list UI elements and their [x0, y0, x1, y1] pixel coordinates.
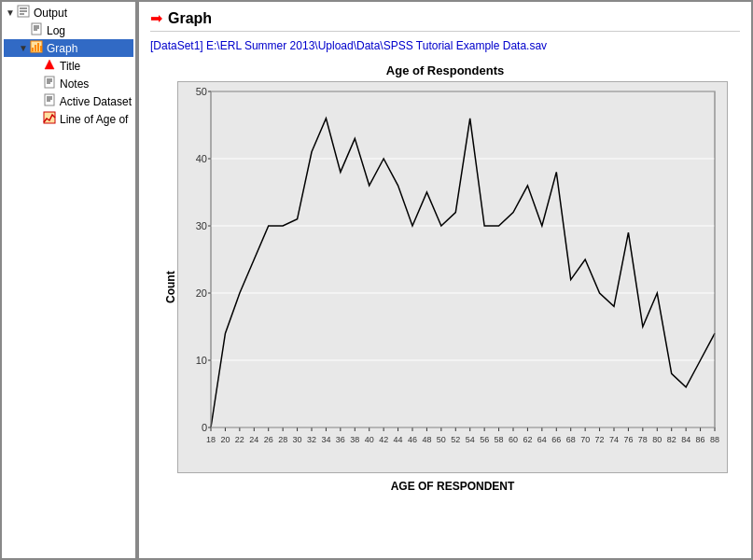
active-icon	[43, 93, 56, 109]
svg-rect-23	[211, 91, 715, 427]
svg-text:20: 20	[220, 435, 230, 444]
svg-text:38: 38	[350, 435, 359, 444]
svg-text:54: 54	[466, 435, 475, 444]
svg-text:60: 60	[509, 435, 518, 444]
sidebar-item-label-notes: Notes	[60, 77, 89, 91]
svg-rect-18	[45, 94, 54, 105]
svg-text:76: 76	[623, 435, 633, 444]
svg-rect-14	[45, 77, 54, 88]
sidebar-item-line-of-age[interactable]: Line of Age of	[4, 110, 133, 128]
x-axis-label: AGE OF RESPONDENT	[177, 480, 728, 493]
svg-rect-4	[32, 23, 41, 35]
svg-text:64: 64	[537, 435, 547, 444]
svg-text:58: 58	[495, 435, 504, 444]
expand-arrow-output: ▼	[6, 7, 15, 18]
chart-wrapper: Age of Respondents Count 010203040501820…	[162, 63, 728, 493]
svg-text:78: 78	[638, 435, 648, 444]
sidebar-item-label-graph: Graph	[47, 42, 77, 55]
svg-text:48: 48	[422, 435, 431, 444]
svg-text:82: 82	[667, 435, 676, 444]
chart-svg-wrapper: 0102030405018202224262830323436384042444…	[177, 81, 728, 476]
app-container: ▼OutputLog▼GraphTitleNotesActive Dataset…	[0, 0, 753, 560]
svg-text:50: 50	[437, 435, 446, 444]
svg-text:40: 40	[196, 153, 207, 164]
sidebar-item-active-dataset[interactable]: Active Dataset	[4, 92, 133, 110]
svg-text:80: 80	[652, 435, 662, 444]
title-icon	[43, 58, 56, 74]
svg-rect-10	[35, 45, 36, 51]
sidebar-item-label-active-dataset: Active Dataset	[60, 95, 132, 108]
main-area: ▼OutputLog▼GraphTitleNotesActive Dataset…	[2, 2, 751, 558]
svg-text:0: 0	[202, 422, 207, 433]
graph-icon	[30, 40, 43, 56]
svg-rect-22	[44, 112, 55, 123]
svg-text:52: 52	[451, 435, 460, 444]
sidebar-item-output[interactable]: ▼Output	[4, 4, 133, 21]
svg-rect-12	[40, 46, 42, 51]
svg-text:84: 84	[681, 435, 690, 444]
sidebar-item-graph[interactable]: ▼Graph	[4, 39, 133, 57]
output-icon	[17, 5, 30, 21]
sidebar: ▼OutputLog▼GraphTitleNotesActive Dataset…	[2, 2, 137, 558]
svg-text:50: 50	[196, 86, 207, 97]
svg-text:30: 30	[196, 220, 207, 231]
sidebar-item-label-line-of-age: Line of Age of	[60, 113, 128, 126]
svg-text:88: 88	[710, 435, 719, 444]
svg-text:62: 62	[523, 435, 532, 444]
svg-text:40: 40	[365, 435, 374, 444]
svg-text:22: 22	[235, 435, 244, 444]
content-area: ➡ Graph [DataSet1] E:\ERL Summer 2013\Up…	[139, 2, 751, 558]
svg-text:32: 32	[307, 435, 316, 444]
svg-text:26: 26	[264, 435, 273, 444]
notes-icon	[43, 76, 56, 91]
sidebar-item-label-output: Output	[34, 7, 67, 20]
chart-svg: 0102030405018202224262830323436384042444…	[177, 81, 728, 473]
svg-text:66: 66	[551, 435, 561, 444]
svg-marker-13	[45, 60, 54, 69]
y-axis-label: Count	[162, 81, 177, 493]
sidebar-item-log[interactable]: Log	[4, 21, 133, 39]
svg-text:18: 18	[206, 435, 216, 444]
svg-text:10: 10	[196, 355, 207, 366]
svg-text:72: 72	[595, 435, 605, 444]
svg-rect-11	[37, 43, 39, 51]
expand-arrow-graph: ▼	[19, 43, 28, 53]
svg-text:28: 28	[278, 435, 287, 444]
svg-text:56: 56	[480, 435, 489, 444]
svg-text:86: 86	[696, 435, 705, 444]
svg-text:42: 42	[379, 435, 388, 444]
svg-text:36: 36	[336, 435, 345, 444]
svg-text:46: 46	[408, 435, 417, 444]
sidebar-item-label-log: Log	[47, 24, 65, 37]
content-header: ➡ Graph	[150, 9, 740, 32]
svg-text:30: 30	[293, 435, 302, 444]
svg-text:68: 68	[566, 435, 576, 444]
line-icon	[43, 111, 56, 127]
svg-text:24: 24	[249, 435, 258, 444]
header-arrow: ➡	[150, 9, 162, 27]
content-title: Graph	[168, 10, 212, 27]
sidebar-item-notes[interactable]: Notes	[4, 75, 133, 92]
sidebar-item-label-title: Title	[60, 60, 80, 73]
sidebar-item-title[interactable]: Title	[4, 57, 133, 75]
log-icon	[30, 22, 43, 38]
svg-text:44: 44	[394, 435, 403, 444]
chart-container: Age of Respondents Count 010203040501820…	[150, 63, 740, 493]
svg-text:74: 74	[609, 435, 619, 444]
svg-text:70: 70	[580, 435, 590, 444]
chart-title: Age of Respondents	[162, 63, 728, 77]
svg-rect-9	[32, 48, 34, 51]
svg-text:34: 34	[321, 435, 330, 444]
dataset-info: [DataSet1] E:\ERL Summer 2013\Upload\Dat…	[150, 39, 740, 52]
chart-area: Count 0102030405018202224262830323436384…	[162, 81, 728, 493]
chart-inner: 0102030405018202224262830323436384042444…	[177, 81, 728, 493]
svg-text:20: 20	[196, 287, 207, 299]
